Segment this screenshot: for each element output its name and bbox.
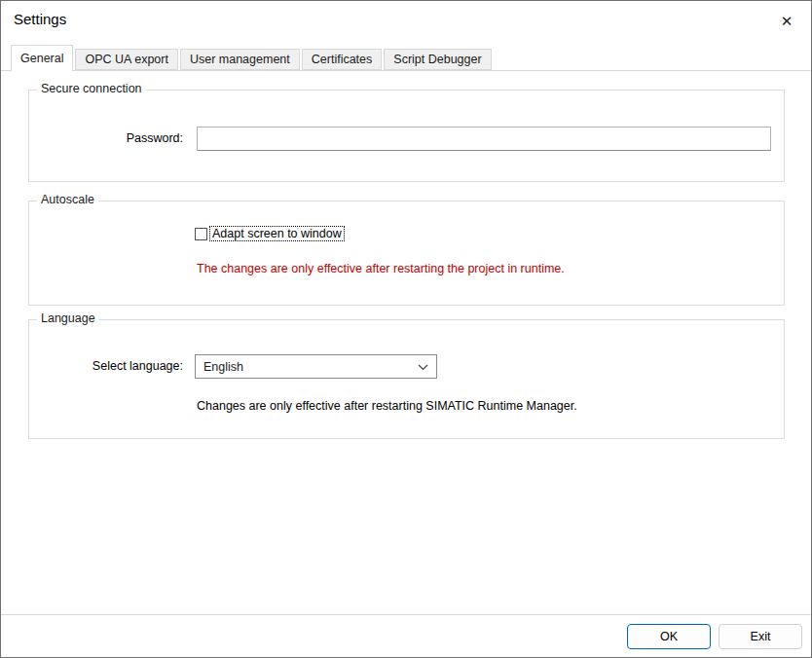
language-group: Language Select language: English Change… (28, 319, 785, 439)
settings-dialog: Settings ✕ General OPC UA export User ma… (0, 0, 812, 658)
chevron-down-icon (418, 364, 428, 371)
group-title-autoscale: Autoscale (37, 193, 98, 206)
adapt-screen-checkbox[interactable] (195, 228, 207, 240)
autoscale-group: Autoscale Adapt screen to window The cha… (28, 201, 785, 306)
tab-label: Script Debugger (393, 53, 481, 66)
language-selected-value: English (203, 360, 243, 374)
tab-label: Certificates (312, 53, 373, 66)
adapt-screen-checkbox-label[interactable]: Adapt screen to window (209, 226, 345, 241)
restart-runtime-warning: The changes are only effective after res… (197, 262, 565, 275)
tab-label: User management (190, 53, 290, 66)
group-title-language: Language (37, 311, 99, 325)
language-dropdown[interactable]: English (195, 354, 437, 379)
tab-certificates[interactable]: Certificates (302, 49, 383, 70)
footer-divider (1, 614, 811, 615)
window-title: Settings (14, 11, 66, 27)
exit-button[interactable]: Exit (719, 624, 802, 649)
tab-strip: General OPC UA export User management Ce… (1, 46, 811, 71)
select-language-label: Select language: (29, 359, 183, 373)
tab-general[interactable]: General (11, 45, 73, 71)
tab-script-debugger[interactable]: Script Debugger (384, 49, 491, 70)
ok-button[interactable]: OK (627, 624, 711, 649)
tab-label: OPC UA export (85, 53, 167, 66)
title-bar: Settings ✕ (1, 1, 811, 42)
restart-manager-note: Changes are only effective after restart… (197, 399, 577, 413)
tab-label: General (20, 52, 63, 65)
password-label: Password: (29, 131, 183, 145)
secure-connection-group: Secure connection Password: (28, 90, 785, 182)
password-field[interactable] (197, 127, 771, 151)
close-icon[interactable]: ✕ (771, 8, 802, 34)
tab-user-management[interactable]: User management (180, 49, 300, 70)
tab-opc-ua-export[interactable]: OPC UA export (75, 49, 177, 70)
group-title-secure-connection: Secure connection (37, 82, 146, 95)
